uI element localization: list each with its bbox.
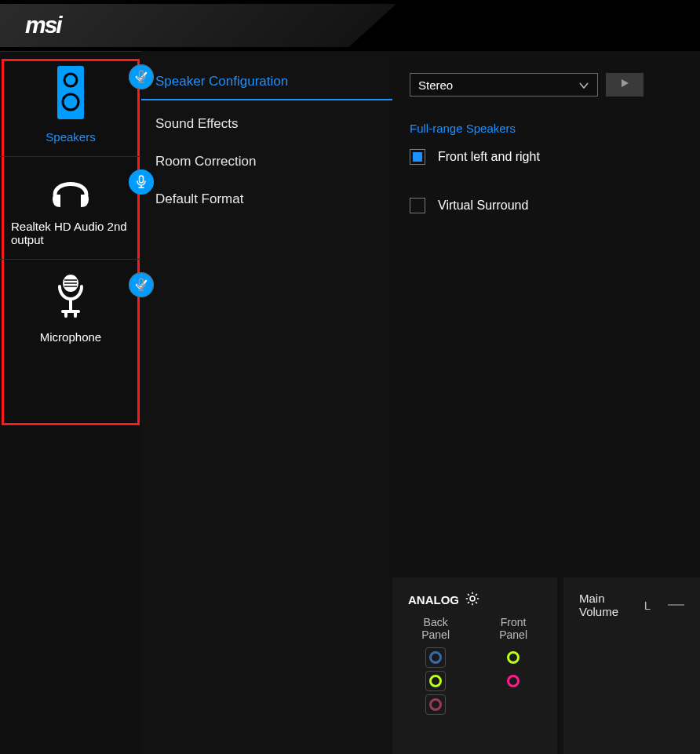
front-lr-label: Front left and right (438, 150, 540, 164)
virtual-surround-label: Virtual Surround (438, 199, 528, 213)
virtual-surround-checkbox[interactable] (410, 198, 425, 213)
svg-rect-6 (140, 279, 144, 286)
tab-sound-effects[interactable]: Sound Effects (141, 105, 392, 143)
front-lr-checkbox[interactable] (410, 149, 425, 165)
default-comm-badge[interactable] (129, 169, 154, 195)
chevron-down-icon (578, 80, 589, 94)
tab-default-format[interactable]: Default Format (141, 180, 392, 218)
default-comm-badge[interactable] (129, 272, 154, 297)
speaker-icon (57, 66, 84, 122)
svg-point-7 (470, 596, 475, 601)
content-pane: Stereo Full-range Speakers Front left an… (392, 51, 700, 754)
app-root: msi (0, 0, 700, 754)
panel-gap (557, 577, 563, 754)
device-speakers[interactable]: Speakers (0, 51, 141, 157)
volume-slider[interactable] (668, 604, 684, 606)
svg-point-1 (64, 74, 77, 86)
mic-icon (136, 175, 147, 189)
ring-icon (429, 651, 442, 664)
jack-front-2[interactable] (503, 671, 523, 691)
test-play-button[interactable] (606, 73, 643, 97)
settings-tabs: Speaker Configuration Sound Effects Room… (141, 51, 392, 754)
tab-room-correction[interactable]: Room Correction (141, 143, 392, 180)
front-panel-title: Front Panel (485, 616, 541, 641)
bottom-panels: ANALOG Back Panel Front P (392, 577, 700, 754)
ring-icon (507, 651, 520, 664)
device-label: Microphone (8, 330, 133, 344)
mic-icon (136, 70, 147, 84)
brand-logo: msi (25, 12, 61, 38)
ring-icon (507, 675, 520, 687)
mic-icon (136, 278, 147, 292)
svg-rect-0 (57, 66, 84, 119)
device-realtek-2nd-output[interactable]: Realtek HD Audio 2nd output (0, 157, 141, 260)
microphone-icon (55, 274, 86, 322)
device-label: Realtek HD Audio 2nd output (8, 220, 133, 246)
speaker-config-select[interactable]: Stereo (410, 73, 598, 97)
analog-title: ANALOG (408, 593, 459, 606)
gear-icon[interactable] (465, 592, 479, 608)
device-label: Speakers (8, 130, 133, 144)
ring-icon (429, 675, 442, 687)
main-volume-title: Main Volume (579, 592, 627, 618)
jack-back-1[interactable] (425, 647, 446, 668)
svg-line-13 (476, 602, 477, 603)
svg-point-2 (63, 94, 78, 110)
jack-front-1[interactable] (503, 647, 523, 668)
svg-line-15 (476, 594, 477, 596)
device-microphone[interactable]: Microphone (0, 260, 141, 356)
back-panel-title: Back Panel (408, 616, 463, 641)
jack-back-3[interactable] (425, 694, 446, 715)
front-panel-column: Front Panel (485, 616, 541, 718)
svg-line-14 (468, 602, 469, 603)
body: Speakers (0, 51, 700, 754)
device-sidebar: Speakers (0, 51, 141, 754)
jack-back-2[interactable] (425, 671, 446, 691)
svg-line-12 (468, 594, 469, 596)
header: msi (0, 0, 700, 51)
headphones-icon (49, 171, 93, 212)
analog-panel: ANALOG Back Panel Front P (392, 577, 557, 754)
default-comm-badge[interactable] (129, 64, 154, 89)
svg-rect-4 (140, 176, 144, 183)
select-value: Stereo (418, 78, 453, 92)
full-range-title: Full-range Speakers (410, 122, 683, 135)
main-volume-l-label: L (644, 599, 651, 612)
tab-speaker-configuration[interactable]: Speaker Configuration (141, 63, 392, 100)
svg-point-5 (63, 275, 78, 292)
svg-rect-3 (140, 71, 144, 78)
play-icon (619, 78, 630, 92)
ring-icon (429, 698, 442, 711)
main-volume-panel: Main Volume L (563, 577, 700, 754)
back-panel-column: Back Panel (408, 616, 463, 718)
